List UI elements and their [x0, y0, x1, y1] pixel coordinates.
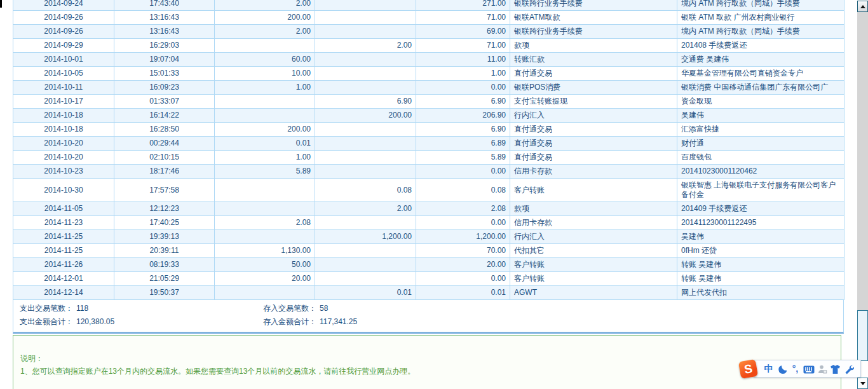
cell-balance: 2.08: [416, 202, 510, 216]
cell-balance: 11.00: [416, 53, 510, 67]
cell-date: 2014-09-24: [13, 0, 114, 11]
scroll-up-button[interactable]: [857, 1, 868, 12]
scrollbar-thumb[interactable]: [857, 310, 868, 361]
scrollbar-track[interactable]: [857, 12, 868, 310]
cell-type: 款项: [510, 39, 677, 53]
cell-time: 16:09:23: [114, 81, 215, 95]
summary-panel: 支出交易笔数：118 存入交易笔数：58 支出金额合计：120,380.05 存…: [13, 300, 844, 334]
cell-in-amount: [315, 67, 416, 81]
cell-time: 19:07:04: [114, 53, 215, 67]
cell-type: 直付通交易: [510, 67, 677, 81]
cell-date: 2014-10-20: [13, 151, 114, 165]
table-row: 2014-10-11 16:09:23 1.00 0.00 银联POS消费 银联…: [13, 81, 844, 95]
table-row: 2014-11-25 19:39:13 1,200.00 1,200.00 行内…: [13, 230, 844, 244]
cell-description: 华夏基金管理有限公司直销资金专户: [677, 67, 844, 81]
out-count-label: 支出交易笔数：: [20, 304, 73, 313]
in-total-label: 存入金额合计：: [263, 317, 316, 326]
vertical-scrollbar[interactable]: [857, 0, 868, 389]
cell-out-amount: [215, 202, 315, 216]
cell-description: 0fHm 还贷: [677, 244, 844, 258]
cell-type: 客户转账: [510, 272, 677, 286]
cell-time: 16:28:50: [114, 123, 215, 137]
cell-description: 转账 吴建伟: [677, 258, 844, 272]
in-total: 存入金额合计：117,341.25: [263, 315, 357, 329]
table-row: 2014-11-26 08:19:33 50.00 20.00 客户转账 转账 …: [13, 258, 844, 272]
settings-wrench-icon[interactable]: [842, 360, 855, 377]
table-row: 2014-10-23 18:17:46 5.89 0.00 信用卡存款 2014…: [13, 165, 844, 179]
cell-date: 2014-10-17: [13, 95, 114, 109]
skin-icon[interactable]: [829, 360, 842, 377]
cell-description: 201409 手续费返还: [677, 202, 844, 216]
note-line: 1、您可以查询指定账户在13个月内的交易流水。如果您需要查询13个月以前的交易流…: [20, 365, 833, 378]
cell-in-amount: 2.00: [315, 39, 416, 53]
cell-out-amount: 20.00: [215, 272, 315, 286]
ime-toolbar: S 中 °,: [740, 358, 861, 379]
cell-in-amount: [315, 137, 416, 151]
cell-in-amount: 0.01: [315, 286, 416, 300]
scroll-down-button[interactable]: [857, 378, 868, 389]
cell-type: 行内汇入: [510, 109, 677, 123]
table-row: 2014-10-18 16:28:50 200.00 6.90 直付通交易 汇添…: [13, 123, 844, 137]
in-total-value: 117,341.25: [320, 317, 357, 326]
out-count: 支出交易笔数：118: [13, 302, 263, 315]
cell-in-amount: [315, 272, 416, 286]
in-count-value: 58: [320, 304, 328, 313]
cell-description: 201410230001120462: [677, 165, 844, 179]
cell-in-amount: [315, 53, 416, 67]
cell-description: 吴建伟: [677, 230, 844, 244]
cell-date: 2014-09-26: [13, 11, 114, 25]
table-row: 2014-11-23 17:40:25 2.08 0.00 信用卡存款 2014…: [13, 216, 844, 230]
cell-in-amount: 2.00: [315, 202, 416, 216]
cell-description: 201411230001122495: [677, 216, 844, 230]
cell-out-amount: 200.00: [215, 123, 315, 137]
cell-date: 2014-10-30: [13, 179, 114, 202]
chinese-mode-icon[interactable]: 中: [762, 360, 775, 377]
triangle-down-icon: [860, 382, 865, 385]
cell-description: 百度钱包: [677, 151, 844, 165]
cell-out-amount: 2.00: [215, 25, 315, 39]
cell-type: 银联ATM取款: [510, 11, 677, 25]
cell-date: 2014-11-25: [13, 230, 114, 244]
cell-in-amount: [315, 151, 416, 165]
table-row: 2014-11-25 20:39:11 1,130.00 70.00 代扣其它 …: [13, 244, 844, 258]
cell-time: 19:39:13: [114, 230, 215, 244]
cell-description: 银联消费 中国移动通信集团广东有限公司广: [677, 81, 844, 95]
half-moon-icon[interactable]: [775, 360, 789, 377]
cell-type: 客户转账: [510, 258, 677, 272]
cell-type: 直付通交易: [510, 123, 677, 137]
cell-type: 信用卡存款: [510, 165, 677, 179]
cell-in-amount: [315, 258, 416, 272]
cell-type: 信用卡存款: [510, 216, 677, 230]
cell-out-amount: 1.00: [215, 81, 315, 95]
out-total-value: 120,380.05: [76, 317, 114, 326]
cell-out-amount: 1,130.00: [215, 244, 315, 258]
soft-keyboard-icon[interactable]: [802, 360, 815, 377]
sogou-logo-icon[interactable]: S: [738, 358, 758, 378]
cell-time: 21:05:29: [114, 272, 215, 286]
cell-date: 2014-12-14: [13, 286, 114, 300]
cell-in-amount: [315, 25, 416, 39]
cell-description: 201408 手续费返还: [677, 39, 844, 53]
cell-balance: 69.00: [416, 25, 510, 39]
cell-in-amount: 0.08: [315, 179, 416, 202]
cell-description: 境内 ATM 跨行取款（同城）手续费: [677, 0, 844, 11]
cell-time: 01:33:07: [114, 95, 215, 109]
punctuation-icon[interactable]: °,: [789, 360, 802, 377]
table-row: 2014-09-26 13:16:43 200.00 71.00 银联ATM取款…: [13, 11, 844, 25]
cell-time: 02:10:15: [114, 151, 215, 165]
cell-balance: 71.00: [416, 39, 510, 53]
cell-time: 16:29:03: [114, 39, 215, 53]
in-count: 存入交易笔数：58: [263, 302, 328, 315]
cell-balance: 0.00: [416, 272, 510, 286]
cell-description: 银联 ATM 取款 广州农村商业银行: [677, 11, 844, 25]
account-icon[interactable]: [815, 360, 829, 377]
cell-out-amount: 2.08: [215, 216, 315, 230]
cell-in-amount: [315, 165, 416, 179]
cell-description: 交通费 吴建伟: [677, 53, 844, 67]
cell-type: 客户转账: [510, 179, 677, 202]
cell-description: 转账 吴建伟: [677, 272, 844, 286]
cell-balance: 6.89: [416, 137, 510, 151]
cell-time: 00:29:44: [114, 137, 215, 151]
cell-date: 2014-10-01: [13, 53, 114, 67]
cell-description: 银联智惠 上海银联电子支付服务有限公司客户备付金: [677, 179, 844, 202]
